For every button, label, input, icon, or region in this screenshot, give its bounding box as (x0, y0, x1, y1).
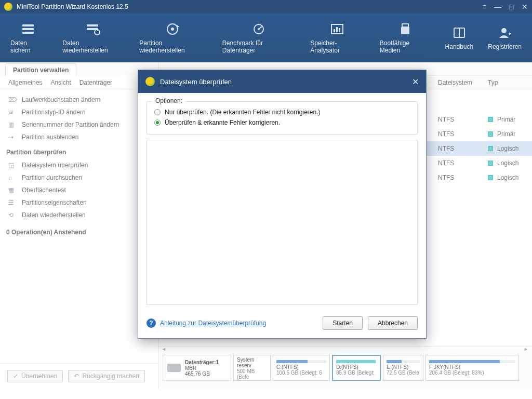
op-label: Partition ausblenden (22, 134, 78, 141)
op-label: Partitionstyp-ID ändern (22, 109, 86, 116)
app-icon (4, 3, 12, 11)
radio-icon (154, 109, 161, 115)
tab-partition-manage[interactable]: Partition verwalten (5, 63, 76, 76)
minimize-icon[interactable]: ― (495, 4, 501, 10)
undo-icon: ↶ (74, 373, 79, 380)
disk-block[interactable]: E:(NTFS)72.5 GB (Bele (383, 355, 423, 381)
maximize-icon[interactable]: □ (508, 4, 514, 10)
disk-info[interactable]: Datenträger:1 MBR 465.76 GB (163, 355, 231, 381)
op-hide-partition[interactable]: ⇢Partition ausblenden (5, 131, 153, 143)
letter-icon: ⌦ (8, 96, 17, 103)
check-icon: ◲ (8, 162, 17, 169)
op-label: Daten wiederherstellen (22, 211, 86, 219)
app-icon (145, 77, 155, 86)
cell-type: Logisch (484, 174, 532, 181)
op-label: Dateisystem überprüfen (22, 162, 88, 169)
type-color-icon (488, 131, 493, 137)
col-filesystem[interactable]: Dateisystem (434, 79, 484, 86)
block-label: D:(NTFS) (336, 364, 377, 370)
op-properties[interactable]: ☰Partitionseigenschaften (5, 196, 153, 209)
apply-button[interactable]: ✓Übernehmen (7, 370, 63, 382)
close-icon[interactable]: ✕ (412, 77, 419, 87)
radio-check-fix[interactable]: Überprüfen & erkannte Fehler korrigieren… (154, 117, 410, 128)
title-bar: MiniTool Partition Wizard Kostenlos 12.5… (0, 0, 532, 14)
app-title: MiniTool Partition Wizard Kostenlos 12.5 (17, 3, 128, 10)
scroll-right-icon[interactable]: ► (524, 347, 529, 352)
output-log (147, 140, 418, 305)
cell-fs: NTFS (434, 145, 484, 152)
scroll-left-icon[interactable]: ◄ (162, 347, 167, 352)
recover-icon: ⟲ (8, 211, 17, 219)
dialog-title: Dateisystem überprüfen (160, 78, 232, 86)
dialog-titlebar: Dateisystem überprüfen ✕ (138, 70, 426, 93)
help-link[interactable]: Anleitung zur Dateisystemüberprüfung (160, 320, 266, 327)
radio-check-only[interactable]: Nur überprüfen. (Die erkannten Fehler ni… (154, 107, 410, 117)
grid-icon: ▦ (8, 187, 17, 194)
col-type[interactable]: Typ (484, 79, 532, 86)
tool-benchmark[interactable]: Benchmark für Datenträger (215, 18, 303, 58)
hdd-icon (167, 364, 181, 372)
svg-rect-12 (334, 29, 335, 32)
cell-fs: NTFS (434, 174, 484, 181)
menu-icon[interactable]: ≡ (481, 4, 487, 10)
op-label: Seriennummer der Partition ändern (22, 121, 119, 128)
undo-button[interactable]: ↶Rückgängig machen (68, 370, 144, 382)
left-tab-header: Partition verwalten (0, 62, 158, 76)
disk-stack-icon (21, 22, 37, 36)
tool-label: Daten sichern (10, 39, 48, 54)
svg-rect-14 (339, 28, 340, 32)
cell-type: Logisch (484, 145, 532, 152)
user-plus-icon (497, 25, 513, 40)
cancel-button[interactable]: Abbrechen (368, 316, 418, 330)
tool-restore-data[interactable]: Daten wiederherstellen (55, 18, 132, 58)
type-color-icon (488, 161, 493, 166)
apply-undo-bar: ✓Übernehmen ↶Rückgängig machen (0, 363, 158, 389)
svg-rect-13 (336, 27, 338, 32)
cell-type: Primär (484, 116, 532, 123)
tool-backup[interactable]: Daten sichern (3, 18, 55, 58)
op-check-fs[interactable]: ◲Dateisystem überprüfen (5, 159, 153, 171)
tool-label: Speicher-Analysator (310, 39, 365, 54)
svg-rect-3 (87, 24, 98, 26)
op-surface-test[interactable]: ▦Oberflächentest (5, 184, 153, 196)
svg-rect-2 (22, 32, 34, 34)
disk-map: ◄ ► Datenträger:1 MBR 465.76 GB System r… (158, 346, 532, 389)
usb-icon (397, 22, 414, 36)
options-fieldset: Optionen: Nur überprüfen. (Die erkannten… (147, 101, 418, 135)
disk-refresh-icon (85, 22, 102, 36)
cell-fs: NTFS (434, 159, 484, 167)
op-label: Partitionseigenschaften (22, 199, 87, 206)
disk-block[interactable]: D:(NTFS)85.9 GB (Belegt: (332, 355, 381, 381)
block-sublabel: 85.9 GB (Belegt: (336, 370, 377, 376)
start-button[interactable]: Starten (323, 316, 363, 330)
svg-line-10 (259, 26, 262, 29)
search-icon: ⌕ (8, 174, 17, 181)
op-change-typeid[interactable]: ≋Partitionstyp-ID ändern (5, 106, 153, 118)
disk-block[interactable]: F:JKY(NTFS)206.4 GB (Belegt: 83%) (425, 355, 519, 381)
op-explore[interactable]: ⌕Partition durchsuchen (5, 171, 153, 184)
block-sublabel: 72.5 GB (Bele (387, 370, 420, 376)
layers-icon: ≋ (8, 109, 17, 116)
close-icon[interactable]: ✕ (522, 4, 528, 10)
op-change-letter[interactable]: ⌦Laufwerkbuchstaben ändern (5, 94, 153, 106)
tool-analyzer[interactable]: Speicher-Analysator (303, 18, 373, 58)
cell-fs: NTFS (434, 130, 484, 138)
tool-label: Benchmark für Datenträger (222, 39, 296, 54)
disk-block[interactable]: System reserv500 MB (Bele (233, 355, 271, 381)
menu-general[interactable]: Allgemeines (8, 79, 42, 86)
tool-register[interactable]: Registrieren (481, 21, 529, 55)
tool-restore-partition[interactable]: Partition wiederherstellen (132, 18, 215, 58)
disk-block[interactable]: C:(NTFS)100.5 GB (Belegt: 6 (273, 355, 330, 381)
tool-manual[interactable]: Handbuch (438, 21, 481, 55)
op-recover-data[interactable]: ⟲Daten wiederherstellen (5, 209, 153, 221)
list-icon: ☰ (8, 199, 17, 206)
disk-recover-icon (165, 22, 182, 36)
svg-rect-16 (401, 27, 409, 34)
tool-bootmedia[interactable]: Bootfähige Medien (373, 18, 438, 58)
menu-disk[interactable]: Datenträger (79, 79, 112, 86)
menu-view[interactable]: Ansicht (50, 79, 71, 86)
dialog-footer: ? Anleitung zur Dateisystemüberprüfung S… (138, 311, 426, 338)
op-change-serial[interactable]: ▥Seriennummer der Partition ändern (5, 118, 153, 131)
tool-label: Registrieren (488, 43, 522, 50)
cell-type: Logisch (484, 159, 532, 167)
